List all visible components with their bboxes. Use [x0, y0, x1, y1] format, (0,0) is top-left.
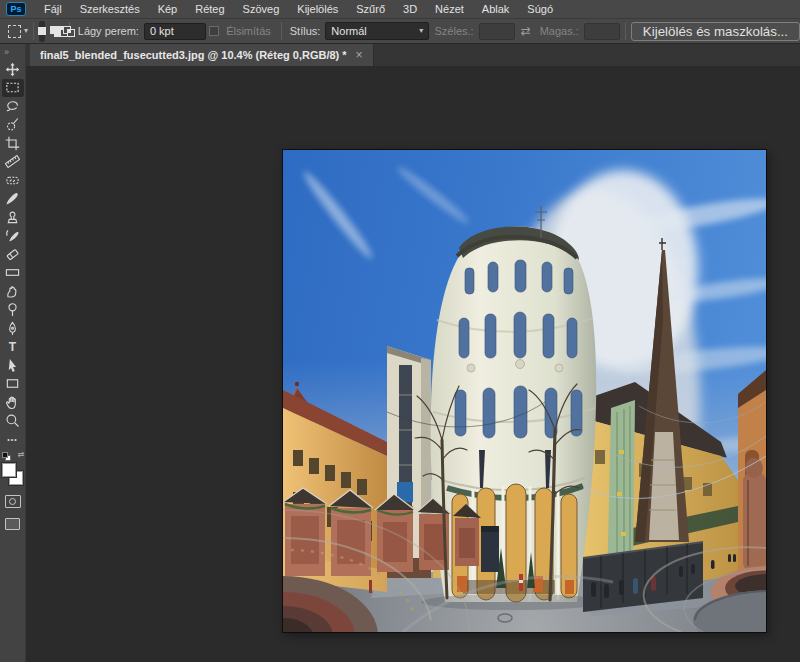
rectangle-shape-tool[interactable] [2, 375, 24, 394]
close-icon[interactable]: × [356, 48, 363, 62]
menu-edit[interactable]: Szerkesztés [71, 0, 149, 19]
collapse-panel-icon[interactable]: » [0, 44, 8, 60]
menu-3d[interactable]: 3D [394, 0, 426, 19]
chevron-down-icon: ▾ [419, 27, 423, 35]
panorama-photo [283, 150, 766, 632]
document-tab[interactable]: final5_blended_fusecutted3.jpg @ 10.4% (… [30, 44, 374, 66]
pen-tool[interactable] [2, 319, 24, 338]
select-and-mask-button[interactable]: Kijelölés és maszkolás... [631, 22, 800, 41]
quick-mask-mode-button[interactable] [5, 495, 21, 508]
move-tool[interactable] [2, 60, 24, 79]
clone-stamp-tool[interactable] [2, 208, 24, 227]
pasteboard [26, 66, 800, 662]
foreground-color-swatch[interactable] [2, 463, 16, 477]
menu-view[interactable]: Nézet [426, 0, 473, 19]
antialias-checkbox[interactable] [209, 26, 219, 36]
tools-panel: » T ••• ⇄ [0, 44, 26, 662]
history-brush-tool[interactable] [2, 227, 24, 246]
dodge-tool[interactable] [2, 301, 24, 320]
quick-selection-tool[interactable] [2, 116, 24, 135]
menu-layer[interactable]: Réteg [186, 0, 233, 19]
height-label: Magas.: [540, 25, 579, 37]
eraser-tool[interactable] [2, 245, 24, 264]
patch-tool[interactable] [2, 171, 24, 190]
subtract-from-selection-mode-button[interactable] [51, 21, 57, 42]
chevron-down-icon: ▾ [24, 27, 28, 35]
menu-image[interactable]: Kép [149, 0, 187, 19]
type-tool[interactable]: T [2, 338, 24, 357]
hand-tool[interactable] [2, 393, 24, 412]
screen-mode-button[interactable] [5, 518, 20, 530]
tool-preset-picker[interactable]: ▾ [8, 25, 28, 38]
antialias-label: Élsimítás [226, 25, 271, 37]
marquee-preset-icon [8, 25, 21, 38]
path-selection-tool[interactable] [2, 356, 24, 375]
style-value: Normál [331, 25, 366, 37]
edit-toolbar-button[interactable]: ••• [2, 430, 24, 449]
document-tab-strip: final5_blended_fusecutted3.jpg @ 10.4% (… [26, 44, 800, 66]
tool-options-bar: ▾ Lágy perem: Élsimítás Stílus: Normál ▾… [0, 19, 800, 44]
height-input[interactable] [584, 23, 620, 40]
menu-help[interactable]: Súgó [518, 0, 562, 19]
width-label: Széles.: [435, 25, 474, 37]
canvas-image[interactable] [283, 150, 766, 632]
separator [281, 22, 282, 40]
intersect-selection-mode-button[interactable] [58, 21, 64, 42]
style-label: Stílus: [290, 25, 321, 37]
swap-colors-icon[interactable]: ⇄ [18, 450, 25, 459]
menu-select[interactable]: Kijelölés [288, 0, 347, 19]
document-tab-title: final5_blended_fusecutted3.jpg @ 10.4% (… [40, 49, 347, 61]
menu-bar: Ps Fájl Szerkesztés Kép Réteg Szöveg Kij… [0, 0, 800, 19]
photoshop-logo: Ps [6, 2, 26, 16]
ruler-tool[interactable] [2, 153, 24, 172]
separator [33, 22, 34, 40]
default-colors-icon[interactable] [2, 452, 11, 461]
separator [625, 22, 626, 40]
feather-label: Lágy perem: [78, 25, 139, 37]
smudge-tool[interactable] [2, 282, 24, 301]
zoom-tool[interactable] [2, 412, 24, 431]
menu-window[interactable]: Ablak [473, 0, 519, 19]
style-dropdown[interactable]: Normál ▾ [325, 22, 429, 40]
lasso-tool[interactable] [2, 97, 24, 116]
gradient-tool[interactable] [2, 264, 24, 283]
width-input[interactable] [479, 23, 515, 40]
menu-filter[interactable]: Szűrő [347, 0, 394, 19]
feather-input[interactable] [144, 23, 206, 40]
brush-tool[interactable] [2, 190, 24, 209]
color-swatches: ⇄ [1, 452, 25, 486]
menu-file[interactable]: Fájl [35, 0, 71, 19]
rectangular-marquee-tool[interactable] [2, 79, 24, 98]
swap-dimensions-icon[interactable]: ⇄ [521, 24, 531, 38]
menu-type[interactable]: Szöveg [234, 0, 289, 19]
crop-tool[interactable] [2, 134, 24, 153]
